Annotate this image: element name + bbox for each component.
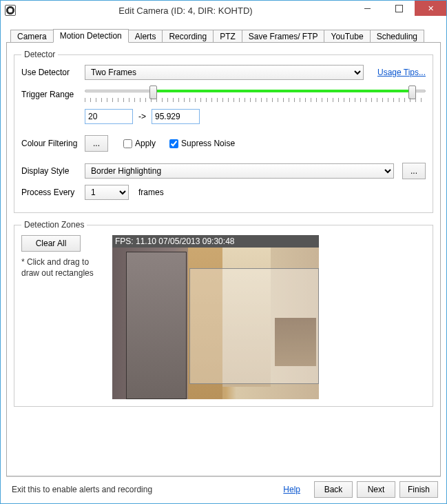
footer: Exit this to enable alerts and recording… [6, 476, 441, 498]
window-title: Edit Camera (ID: 4, DIR: KOHTD) [20, 6, 351, 16]
footer-message: Exit this to enable alerts and recording [12, 485, 283, 494]
detection-zones-group: Detection Zones Clear All * Click and dr… [14, 220, 433, 407]
zone-instruction: * Click and drag to draw out rectangles [21, 257, 104, 279]
finish-button[interactable]: Finish [399, 481, 438, 498]
range-arrow: -> [138, 112, 146, 121]
display-style-label: Display Style [21, 166, 85, 176]
process-every-unit: frames [138, 188, 164, 197]
suppress-label: Supress Noise [181, 139, 235, 148]
camera-preview[interactable]: FPS: 11.10 07/05/2013 09:30:48 [112, 235, 319, 399]
use-detector-label: Use Detector [21, 68, 85, 77]
usage-tips-link[interactable]: Usage Tips... [377, 68, 426, 77]
tab-motion-detection[interactable]: Motion Detection [53, 29, 129, 43]
colour-filtering-label: Colour Filtering [21, 139, 85, 148]
detector-group: Detector Use Detector Two Frames Usage T… [14, 50, 433, 213]
process-every-select[interactable]: 1 [85, 185, 129, 200]
tab-panel-motion-detection: Detector Use Detector Two Frames Usage T… [6, 42, 441, 476]
detector-legend: Detector [21, 50, 58, 59]
tab-strip: CameraMotion DetectionAlertsRecordingPTZ… [10, 27, 441, 42]
apply-checkbox-wrap[interactable]: Apply [121, 137, 156, 150]
fps-overlay: FPS: 11.10 07/05/2013 09:30:48 [112, 235, 319, 248]
close-button[interactable] [415, 1, 446, 16]
slider-thumb-low[interactable] [149, 85, 157, 99]
maximize-button[interactable] [383, 1, 415, 16]
tab-camera[interactable]: Camera [10, 30, 54, 43]
process-every-label: Process Every [21, 188, 85, 197]
trigger-range-label: Trigger Range [21, 90, 85, 99]
slider-fill [153, 90, 412, 92]
tab-recording[interactable]: Recording [162, 30, 214, 43]
trigger-high-input[interactable] [152, 109, 200, 124]
use-detector-select[interactable]: Two Frames [85, 65, 364, 80]
trigger-low-input[interactable] [85, 109, 133, 124]
clear-all-button[interactable]: Clear All [21, 235, 81, 252]
tab-scheduling[interactable]: Scheduling [370, 30, 424, 43]
tab-youtube[interactable]: YouTube [324, 30, 370, 43]
tab-alerts[interactable]: Alerts [128, 30, 163, 43]
apply-label: Apply [135, 139, 156, 148]
help-link[interactable]: Help [283, 485, 300, 494]
titlebar[interactable]: Edit Camera (ID: 4, DIR: KOHTD) [1, 1, 446, 20]
apply-checkbox[interactable] [123, 139, 132, 148]
slider-thumb-high[interactable] [408, 85, 416, 99]
display-style-select[interactable]: Border Highlighting [85, 163, 394, 179]
colour-filtering-button[interactable]: ... [85, 135, 108, 152]
slider-ticks [85, 98, 426, 102]
tab-ptz[interactable]: PTZ [213, 30, 242, 43]
trigger-range-slider[interactable] [85, 85, 426, 103]
detection-zone-rect[interactable] [189, 268, 319, 384]
app-icon [5, 5, 16, 16]
suppress-noise-checkbox[interactable] [169, 139, 178, 148]
suppress-checkbox-wrap[interactable]: Supress Noise [167, 137, 235, 150]
tab-save-frames-ftp[interactable]: Save Frames/ FTP [242, 30, 325, 43]
minimize-button[interactable] [351, 1, 383, 16]
preview-door [126, 252, 187, 399]
back-button[interactable]: Back [314, 481, 353, 498]
next-button[interactable]: Next [357, 481, 395, 498]
detection-zones-legend: Detection Zones [21, 220, 87, 230]
display-style-options-button[interactable]: ... [402, 163, 426, 179]
